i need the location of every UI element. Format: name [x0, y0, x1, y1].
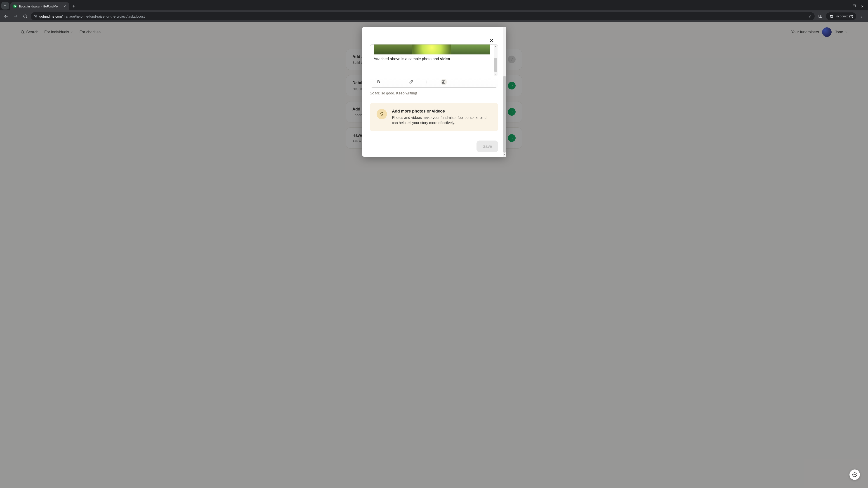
insert-media-button[interactable]: [440, 79, 447, 85]
svg-point-22: [426, 80, 426, 81]
editor-toolbar: B I: [370, 76, 498, 88]
editor-scrollbar-thumb[interactable]: [494, 58, 497, 72]
tip-card: Add more photos or videos Photos and vid…: [370, 103, 498, 131]
svg-point-11: [830, 17, 831, 18]
gofundme-favicon: [13, 4, 17, 8]
help-chat-fab[interactable]: [849, 469, 860, 480]
svg-point-8: [36, 15, 37, 16]
window-maximize-icon[interactable]: [853, 4, 856, 8]
incognito-label: Incognito (2): [835, 14, 853, 18]
window-minimize-icon[interactable]: —: [844, 4, 847, 8]
story-text-content[interactable]: Attached above is a sample photo and vid…: [374, 57, 490, 61]
svg-point-14: [862, 15, 862, 15]
nav-back-icon[interactable]: [2, 12, 10, 20]
tab-title: Boost fundraiser - GoFundMe: [19, 5, 58, 8]
modal-close-button[interactable]: ✕: [488, 37, 495, 44]
svg-point-30: [855, 475, 855, 475]
bold-button[interactable]: B: [375, 79, 382, 85]
attached-media-preview[interactable]: [374, 44, 490, 55]
browser-tab-active[interactable]: Boost fundraiser - GoFundMe ✕: [10, 2, 69, 10]
modal-scrollbar[interactable]: ▾: [503, 27, 506, 157]
nav-forward-icon: [12, 12, 20, 20]
new-tab-button[interactable]: +: [70, 3, 77, 9]
tip-title: Add more photos or videos: [392, 109, 491, 113]
window-close-icon[interactable]: ✕: [861, 4, 864, 8]
chat-refresh-icon: [852, 472, 857, 477]
story-editor[interactable]: Attached above is a sample photo and vid…: [370, 44, 498, 88]
lightbulb-icon: [377, 109, 387, 119]
site-settings-icon[interactable]: [33, 14, 37, 18]
url-text: gofundme.com/manage/help-me-fund-raise-f…: [39, 14, 145, 18]
reload-icon[interactable]: [21, 12, 29, 20]
incognito-indicator[interactable]: Incognito (2): [826, 12, 856, 20]
svg-point-7: [35, 17, 36, 17]
svg-point-31: [856, 475, 856, 475]
italic-button[interactable]: I: [392, 79, 398, 85]
modal-scrollbar-thumb[interactable]: [503, 76, 506, 153]
svg-point-16: [862, 17, 862, 18]
editor-scrollbar[interactable]: ▴ ▾: [494, 45, 498, 76]
bullet-list-button[interactable]: [424, 79, 431, 85]
svg-point-6: [34, 15, 35, 16]
incognito-icon: [829, 14, 834, 19]
tip-body: Photos and videos make your fundraiser f…: [392, 115, 491, 125]
bookmark-star-icon[interactable]: ☆: [808, 14, 812, 19]
tab-close-icon[interactable]: ✕: [63, 4, 66, 8]
svg-rect-9: [819, 15, 822, 18]
side-panel-icon[interactable]: [816, 12, 824, 20]
svg-rect-0: [853, 5, 855, 7]
svg-point-15: [862, 16, 862, 17]
save-button[interactable]: Save: [476, 140, 498, 152]
tab-search-dropdown[interactable]: [1, 2, 9, 9]
browser-menu-icon[interactable]: [858, 12, 866, 20]
svg-point-23: [426, 82, 426, 82]
address-bar[interactable]: gofundme.com/manage/help-me-fund-raise-f…: [31, 12, 815, 20]
svg-point-24: [426, 83, 426, 83]
link-button[interactable]: [408, 79, 414, 85]
svg-point-29: [854, 475, 854, 475]
svg-point-12: [832, 17, 833, 18]
editor-helper-text: So far, so good. Keep writing!: [370, 91, 498, 95]
story-editor-modal: ✕ ▾ Attached above is a sample photo and…: [362, 27, 506, 157]
